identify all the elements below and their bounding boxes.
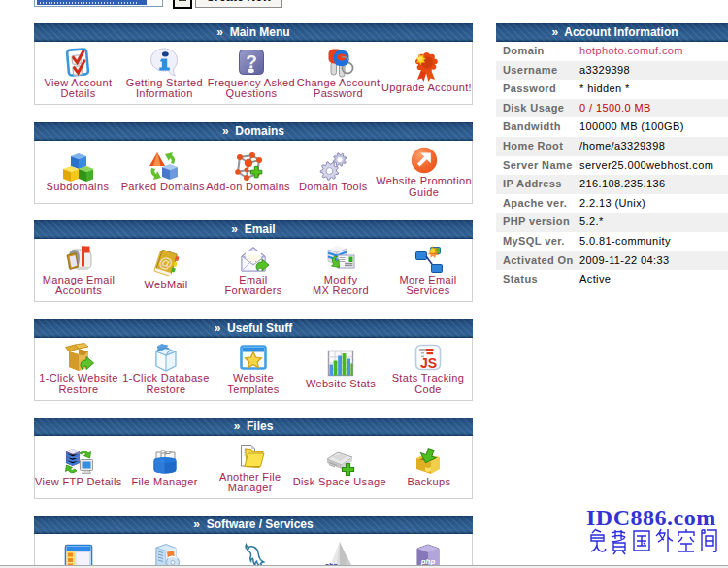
svg-text:?: ?: [246, 50, 257, 71]
svg-text:JS: JS: [420, 355, 437, 371]
